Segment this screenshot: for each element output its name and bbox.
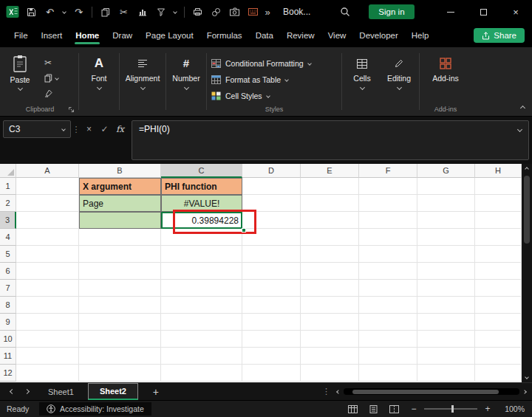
page-break-view-button[interactable]: [389, 405, 399, 413]
cell-A2[interactable]: [16, 195, 79, 212]
zoom-level[interactable]: 100%: [502, 404, 525, 413]
cell-H3[interactable]: [475, 212, 522, 229]
cell-H8[interactable]: [475, 297, 522, 314]
cell-B4[interactable]: [79, 229, 161, 246]
cell-A8[interactable]: [16, 297, 79, 314]
row-header-10[interactable]: 10: [0, 331, 16, 348]
sheet-options-icon[interactable]: ⋮: [316, 387, 337, 396]
share-button[interactable]: Share: [474, 28, 525, 43]
cell-B12[interactable]: [79, 365, 161, 382]
cell-H11[interactable]: [475, 348, 522, 365]
cell-C6[interactable]: [161, 263, 242, 280]
cut-button[interactable]: ✂: [44, 58, 58, 67]
cell-A7[interactable]: [16, 280, 79, 297]
accessibility-status[interactable]: Accessibility: Investigate: [39, 402, 151, 416]
number-group-button[interactable]: # Number: [168, 51, 205, 116]
cell-F4[interactable]: [359, 229, 417, 246]
cell-D7[interactable]: [242, 280, 301, 297]
tab-draw[interactable]: Draw: [106, 24, 139, 46]
cell-C12[interactable]: [161, 365, 242, 382]
cell-H10[interactable]: [475, 331, 522, 348]
cell-A5[interactable]: [16, 246, 79, 263]
cell-G9[interactable]: [417, 314, 475, 331]
column-header-G[interactable]: G: [417, 164, 475, 178]
cell-E1[interactable]: [301, 178, 359, 195]
cell-B9[interactable]: [79, 314, 161, 331]
cut-icon[interactable]: ✂: [115, 0, 133, 24]
cell-E5[interactable]: [301, 246, 359, 263]
cell-C4[interactable]: [161, 229, 242, 246]
status-mode[interactable]: Ready: [7, 404, 32, 413]
collapse-ribbon-icon[interactable]: [520, 106, 525, 111]
cell-F11[interactable]: [359, 348, 417, 365]
cell-F1[interactable]: [359, 178, 417, 195]
cell-D3[interactable]: [242, 212, 301, 229]
tab-data[interactable]: Data: [249, 24, 280, 46]
tab-insert[interactable]: Insert: [35, 24, 69, 46]
insert-function-icon[interactable]: fx: [112, 120, 128, 138]
zoom-slider[interactable]: [424, 408, 477, 410]
cell-A12[interactable]: [16, 365, 79, 382]
cell-H7[interactable]: [475, 280, 522, 297]
close-button[interactable]: ×: [499, 0, 532, 24]
filter-icon[interactable]: [151, 0, 170, 24]
row-header-7[interactable]: 7: [0, 280, 16, 297]
minimize-button[interactable]: [434, 0, 467, 24]
cell-G1[interactable]: [417, 178, 475, 195]
maximize-button[interactable]: [467, 0, 499, 24]
column-header-H[interactable]: H: [475, 164, 522, 178]
sheet-tab-sheet2[interactable]: Sheet2: [88, 383, 138, 400]
cell-A3[interactable]: [16, 212, 79, 229]
cell-B11[interactable]: [79, 348, 161, 365]
cell-G12[interactable]: [417, 365, 475, 382]
cell-F3[interactable]: [359, 212, 417, 229]
cell-D8[interactable]: [242, 297, 301, 314]
cell-E11[interactable]: [301, 348, 359, 365]
cell-C10[interactable]: [161, 331, 242, 348]
horizontal-scroll-thumb[interactable]: [352, 390, 499, 394]
cell-E2[interactable]: [301, 195, 359, 212]
column-header-A[interactable]: A: [16, 164, 79, 178]
cell-E3[interactable]: [301, 212, 359, 229]
cancel-icon[interactable]: ×: [81, 120, 97, 138]
cell-G5[interactable]: [417, 246, 475, 263]
cell-B8[interactable]: [79, 297, 161, 314]
row-header-9[interactable]: 9: [0, 314, 16, 331]
cell-D6[interactable]: [242, 263, 301, 280]
font-group-button[interactable]: A Font: [81, 51, 117, 116]
cell-H2[interactable]: [475, 195, 522, 212]
cell-G2[interactable]: [417, 195, 475, 212]
zoom-in-button[interactable]: +: [484, 404, 491, 414]
cell-B3[interactable]: [79, 212, 161, 229]
zoom-slider-thumb[interactable]: [451, 405, 454, 413]
tab-developer[interactable]: Developer: [352, 24, 404, 46]
cell-G10[interactable]: [417, 331, 475, 348]
cell-D11[interactable]: [242, 348, 301, 365]
page-layout-view-button[interactable]: [369, 405, 378, 413]
excel-app-icon[interactable]: [6, 5, 19, 18]
cell-H1[interactable]: [475, 178, 522, 195]
cell-A9[interactable]: [16, 314, 79, 331]
tab-view[interactable]: View: [321, 24, 353, 46]
tab-review[interactable]: Review: [280, 24, 321, 46]
cell-G4[interactable]: [417, 229, 475, 246]
enter-icon[interactable]: ✓: [97, 120, 112, 138]
cell-D9[interactable]: [242, 314, 301, 331]
redo-icon[interactable]: ↷: [69, 0, 88, 24]
tab-formulas[interactable]: Formulas: [200, 24, 249, 46]
cell-C9[interactable]: [161, 314, 242, 331]
format-as-table-button[interactable]: Format as Table: [211, 72, 340, 87]
tab-page-layout[interactable]: Page Layout: [139, 24, 200, 46]
cell-H4[interactable]: [475, 229, 522, 246]
cell-E9[interactable]: [301, 314, 359, 331]
print-icon[interactable]: [188, 0, 207, 24]
cell-D2[interactable]: [242, 195, 301, 212]
horizontal-scrollbar[interactable]: [337, 388, 528, 395]
cell-F6[interactable]: [359, 263, 417, 280]
row-header-5[interactable]: 5: [0, 246, 16, 263]
cell-A6[interactable]: [16, 263, 79, 280]
cell-E4[interactable]: [301, 229, 359, 246]
cell-H6[interactable]: [475, 263, 522, 280]
row-header-2[interactable]: 2: [0, 195, 16, 212]
column-header-D[interactable]: D: [242, 164, 301, 178]
